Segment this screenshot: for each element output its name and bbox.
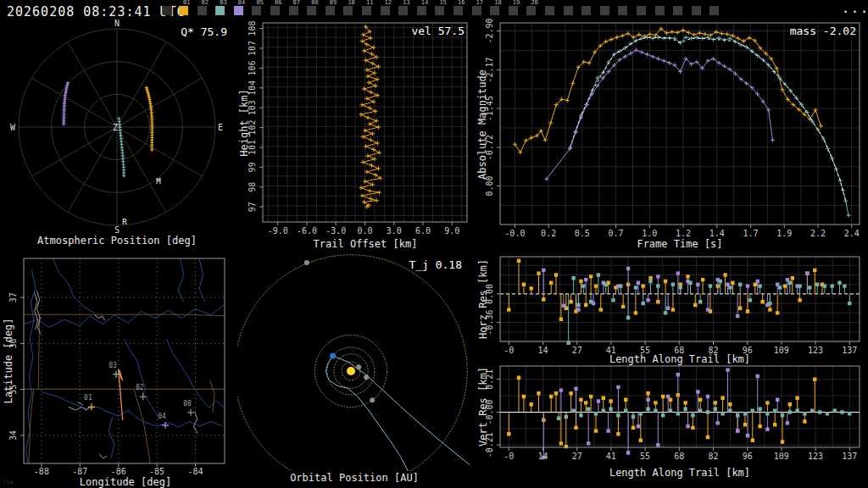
station-indicator-label: 03: [220, 0, 226, 6]
svg-text:41: 41: [606, 452, 616, 461]
station-indicator-18[interactable]: [490, 6, 499, 15]
svg-text:-88: -88: [34, 467, 49, 476]
station-indicator-10[interactable]: [343, 6, 353, 15]
river: [24, 304, 225, 327]
svg-text:108: 108: [248, 21, 257, 36]
svg-text:107: 107: [248, 41, 257, 56]
svg-text:0.5: 0.5: [575, 229, 590, 237]
orbital-xlabel: Orbital Position [AU]: [270, 472, 439, 484]
svg-text:-2.90: -2.90: [485, 18, 494, 43]
svg-text:0.7: 0.7: [609, 229, 624, 237]
svg-text:97: 97: [248, 202, 257, 212]
station-indicator[interactable]: [673, 6, 682, 15]
svg-text:S: S: [114, 225, 120, 235]
station-indicator-06[interactable]: [270, 6, 280, 15]
station-indicator-05[interactable]: [252, 6, 261, 15]
earth-dot: [330, 353, 336, 359]
terrain-feature: [78, 402, 83, 405]
station-indicator[interactable]: [692, 6, 701, 15]
svg-text:98: 98: [248, 182, 257, 192]
station-indicator-label: 05: [256, 0, 263, 6]
state-border: [38, 314, 39, 389]
station-indicator-04[interactable]: [234, 6, 243, 15]
station-indicator-label: 08: [311, 0, 318, 6]
station-indicator[interactable]: [564, 6, 573, 15]
svg-text:-87: -87: [72, 467, 87, 476]
svg-text:08: 08: [183, 400, 192, 408]
atmospheric-xlabel: Atmospheric Position [deg]: [15, 235, 219, 247]
svg-text:0.2: 0.2: [541, 229, 556, 237]
station-indicator-14[interactable]: [417, 6, 426, 15]
station-indicator-02[interactable]: [198, 6, 207, 15]
vertical-residuals-plot: -0142741556882961091231370.21-0.00-0.21: [478, 359, 868, 463]
station-indicator-13[interactable]: [398, 6, 408, 15]
series-04: [544, 48, 775, 181]
station-indicator-label: 19: [513, 0, 520, 6]
station-indicator-20[interactable]: [526, 6, 536, 15]
station-indicator-17[interactable]: [472, 6, 481, 15]
station-indicator[interactable]: [618, 6, 627, 15]
svg-text:-0: -0: [504, 452, 514, 461]
svg-text:27: 27: [572, 346, 582, 355]
svg-text:R: R: [122, 218, 127, 226]
svg-text:Z: Z: [113, 123, 118, 132]
station-indicator-label: 06: [275, 0, 281, 6]
orbital-position-plot: [237, 252, 478, 471]
svg-text:-84: -84: [187, 467, 203, 476]
overflow-menu-icon[interactable]: ...: [842, 1, 868, 16]
station-indicator-09[interactable]: [326, 6, 335, 15]
planet-dot: [304, 260, 309, 265]
sun-dot: [347, 367, 355, 375]
station-indicator-label: 16: [458, 0, 465, 6]
station-indicator-07[interactable]: [289, 6, 298, 15]
station-indicator-12[interactable]: [381, 6, 390, 15]
station-indicator-label: 13: [403, 0, 409, 6]
station-indicator[interactable]: [655, 6, 665, 15]
plot-frame: [500, 366, 860, 447]
station-indicator[interactable]: [581, 6, 591, 15]
station-indicator-label: 18: [494, 0, 501, 6]
svg-text:3.0: 3.0: [387, 226, 402, 236]
magnitude-ylabel: Absolute Magnitude: [476, 48, 488, 201]
svg-text:-0.0: -0.0: [504, 229, 525, 237]
planet-dot: [356, 364, 361, 369]
planet-dot: [370, 397, 375, 402]
station-indicator[interactable]: [545, 6, 554, 15]
station-indicator-16[interactable]: [453, 6, 463, 15]
svg-text:14: 14: [537, 452, 548, 461]
station-indicator-label: 09: [330, 0, 337, 6]
plot-frame: [24, 258, 225, 463]
grid: [263, 23, 467, 222]
river: [42, 391, 222, 427]
station-indicator-08[interactable]: [307, 6, 316, 15]
watermark: rjw: [3, 479, 14, 485]
station-indicator[interactable]: [163, 6, 172, 15]
longitude-xlabel: Longitude [deg]: [41, 476, 210, 488]
svg-text:137: 137: [842, 346, 857, 355]
station-indicator-label: 10: [348, 0, 354, 6]
svg-text:1.2: 1.2: [676, 229, 691, 237]
trail-04: [62, 81, 70, 126]
river: [108, 417, 114, 458]
svg-text:55: 55: [640, 452, 650, 461]
svg-text:6.0: 6.0: [415, 226, 431, 236]
station-indicator[interactable]: [600, 6, 609, 15]
station-indicator-03[interactable]: [215, 6, 225, 15]
station-indicator-label: 20: [531, 0, 537, 6]
svg-text:-6.0: -6.0: [297, 226, 317, 236]
svg-text:109: 109: [774, 452, 789, 461]
svg-text:0.0: 0.0: [357, 226, 372, 236]
horizontal-residuals-plot: -0142741556882961091231370.00-0.36: [478, 251, 868, 358]
station-indicator-01[interactable]: [179, 6, 188, 15]
station-indicator-label: 04: [238, 0, 245, 6]
station-indicator[interactable]: [637, 6, 646, 15]
grid: [500, 257, 860, 341]
river: [125, 339, 158, 415]
station-indicator-label: 11: [366, 0, 373, 6]
trail-offset-xlabel: Trail Offset [km]: [281, 238, 450, 250]
station-indicator[interactable]: [709, 6, 719, 15]
svg-text:2.2: 2.2: [810, 229, 826, 237]
station-indicator-19[interactable]: [509, 6, 518, 15]
station-indicator-15[interactable]: [435, 6, 444, 15]
station-indicator-11[interactable]: [362, 6, 371, 15]
